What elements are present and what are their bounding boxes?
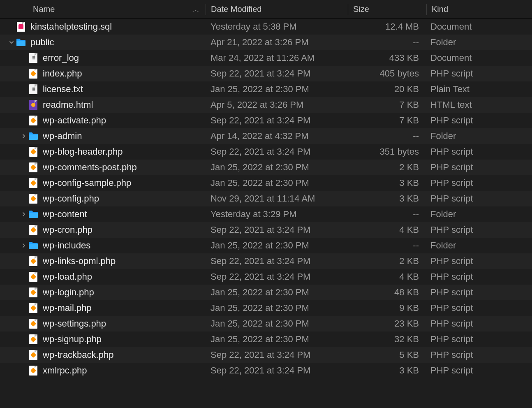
file-name: wp-signup.php bbox=[43, 334, 102, 345]
column-header-date-label: Date Modified bbox=[211, 5, 261, 14]
file-icon bbox=[28, 303, 39, 313]
file-size: -- bbox=[347, 238, 426, 253]
file-kind: PHP script bbox=[426, 347, 532, 363]
file-date: Sep 22, 2021 at 3:24 PM bbox=[206, 144, 347, 160]
file-date: Sep 22, 2021 at 3:24 PM bbox=[206, 253, 347, 269]
file-kind: PHP script bbox=[426, 316, 532, 332]
file-size: 4 KB bbox=[347, 269, 426, 285]
file-row[interactable]: wp-includesJan 25, 2022 at 2:30 PM--Fold… bbox=[0, 238, 532, 253]
file-kind: PHP script bbox=[426, 160, 532, 175]
file-size: 32 KB bbox=[347, 332, 426, 347]
column-header-kind-label: Kind bbox=[432, 5, 448, 14]
file-name: license.txt bbox=[43, 84, 83, 95]
file-date: Jan 25, 2022 at 2:30 PM bbox=[206, 81, 347, 97]
file-size: 4 KB bbox=[347, 222, 426, 238]
file-kind: PHP script bbox=[426, 269, 532, 285]
file-row[interactable]: xmlrpc.phpSep 22, 2021 at 3:24 PM3 KBPHP… bbox=[0, 363, 532, 378]
file-kind: Folder bbox=[426, 206, 532, 222]
file-icon bbox=[28, 146, 39, 157]
file-row[interactable]: wp-settings.phpJan 25, 2022 at 2:30 PM23… bbox=[0, 316, 532, 332]
file-row[interactable]: ≣error_logMar 24, 2022 at 11:26 AM433 KB… bbox=[0, 50, 532, 66]
file-row[interactable]: wp-cron.phpSep 22, 2021 at 3:24 PM4 KBPH… bbox=[0, 222, 532, 238]
file-row[interactable]: wp-trackback.phpSep 22, 2021 at 3:24 PM5… bbox=[0, 347, 532, 363]
disclosure-closed-icon[interactable] bbox=[20, 243, 28, 248]
file-date: Sep 22, 2021 at 3:24 PM bbox=[206, 222, 347, 238]
file-name: wp-includes bbox=[43, 240, 90, 251]
file-date: Sep 22, 2021 at 3:24 PM bbox=[206, 363, 347, 378]
file-row[interactable]: index.phpSep 22, 2021 at 3:24 PM405 byte… bbox=[0, 66, 532, 81]
file-kind: PHP script bbox=[426, 285, 532, 300]
file-row[interactable]: wp-login.phpJan 25, 2022 at 2:30 PM48 KB… bbox=[0, 285, 532, 300]
file-name: xmlrpc.php bbox=[43, 365, 87, 376]
file-date: Nov 29, 2021 at 11:14 AM bbox=[206, 191, 347, 206]
file-date: Yesterday at 5:38 PM bbox=[206, 19, 347, 35]
file-row[interactable]: publicApr 21, 2022 at 3:26 PM--Folder bbox=[0, 35, 532, 50]
column-header-date[interactable]: Date Modified bbox=[206, 0, 348, 19]
file-row[interactable]: wp-mail.phpJan 25, 2022 at 2:30 PM9 KBPH… bbox=[0, 300, 532, 316]
file-row[interactable]: ≣license.txtJan 25, 2022 at 2:30 PM20 KB… bbox=[0, 81, 532, 97]
file-kind: Plain Text bbox=[426, 81, 532, 97]
file-row[interactable]: wp-load.phpSep 22, 2021 at 3:24 PM4 KBPH… bbox=[0, 269, 532, 285]
column-header-size[interactable]: Size bbox=[348, 0, 426, 19]
file-date: Sep 22, 2021 at 3:24 PM bbox=[206, 347, 347, 363]
file-row[interactable]: wp-config-sample.phpJan 25, 2022 at 2:30… bbox=[0, 175, 532, 191]
file-row[interactable]: wp-signup.phpJan 25, 2022 at 2:30 PM32 K… bbox=[0, 332, 532, 347]
file-kind: PHP script bbox=[426, 191, 532, 206]
column-header-name-label: Name bbox=[33, 5, 55, 14]
file-size: 3 KB bbox=[347, 191, 426, 206]
folder-icon bbox=[28, 240, 39, 251]
file-size: 9 KB bbox=[347, 300, 426, 316]
file-date: Sep 22, 2021 at 3:24 PM bbox=[206, 113, 347, 128]
folder-icon bbox=[16, 37, 26, 48]
file-size: 2 KB bbox=[347, 253, 426, 269]
file-name: readme.html bbox=[43, 100, 93, 110]
file-icon bbox=[28, 68, 39, 79]
file-date: Jan 25, 2022 at 2:30 PM bbox=[206, 316, 347, 332]
file-name: wp-comments-post.php bbox=[43, 162, 137, 173]
file-size: 3 KB bbox=[347, 175, 426, 191]
file-row[interactable]: readme.htmlApr 5, 2022 at 3:26 PM7 KBHTM… bbox=[0, 97, 532, 113]
file-name: wp-mail.php bbox=[43, 303, 92, 313]
file-size: 5 KB bbox=[347, 347, 426, 363]
file-size: 405 bytes bbox=[347, 66, 426, 81]
file-row[interactable]: wp-blog-header.phpSep 22, 2021 at 3:24 P… bbox=[0, 144, 532, 160]
file-kind: PHP script bbox=[426, 175, 532, 191]
file-icon bbox=[28, 115, 39, 126]
file-date: Apr 5, 2022 at 3:26 PM bbox=[206, 97, 347, 113]
file-kind: PHP script bbox=[426, 253, 532, 269]
file-date: Apr 14, 2022 at 4:32 PM bbox=[206, 128, 347, 144]
file-kind: PHP script bbox=[426, 332, 532, 347]
file-row[interactable]: kinstahelptesting.sqlYesterday at 5:38 P… bbox=[0, 19, 532, 35]
column-header-kind[interactable]: Kind bbox=[427, 0, 532, 19]
file-kind: PHP script bbox=[426, 66, 532, 81]
file-row[interactable]: wp-activate.phpSep 22, 2021 at 3:24 PM7 … bbox=[0, 113, 532, 128]
file-row[interactable]: wp-adminApr 14, 2022 at 4:32 PM--Folder bbox=[0, 128, 532, 144]
file-size: -- bbox=[347, 35, 426, 50]
file-icon bbox=[28, 256, 39, 267]
file-icon bbox=[28, 318, 39, 329]
file-kind: HTML text bbox=[426, 97, 532, 113]
file-kind: PHP script bbox=[426, 300, 532, 316]
file-row[interactable]: wp-config.phpNov 29, 2021 at 11:14 AM3 K… bbox=[0, 191, 532, 206]
file-name: error_log bbox=[43, 53, 79, 63]
disclosure-closed-icon[interactable] bbox=[20, 212, 28, 217]
file-row[interactable]: wp-contentYesterday at 3:29 PM--Folder bbox=[0, 206, 532, 222]
file-size: 48 KB bbox=[347, 285, 426, 300]
file-row[interactable]: wp-comments-post.phpJan 25, 2022 at 2:30… bbox=[0, 160, 532, 175]
file-name: wp-trackback.php bbox=[43, 350, 113, 360]
disclosure-closed-icon[interactable] bbox=[20, 134, 28, 139]
file-date: Sep 22, 2021 at 3:24 PM bbox=[206, 66, 347, 81]
file-date: Jan 25, 2022 at 2:30 PM bbox=[206, 175, 347, 191]
file-icon: ≣ bbox=[28, 53, 39, 63]
disclosure-open-icon[interactable] bbox=[7, 40, 16, 45]
file-date: Jan 25, 2022 at 2:30 PM bbox=[206, 160, 347, 175]
file-name: wp-links-opml.php bbox=[43, 256, 116, 267]
file-size: -- bbox=[347, 206, 426, 222]
file-row[interactable]: wp-links-opml.phpSep 22, 2021 at 3:24 PM… bbox=[0, 253, 532, 269]
file-name: wp-config.php bbox=[43, 193, 99, 204]
file-date: Jan 25, 2022 at 2:30 PM bbox=[206, 238, 347, 253]
file-name: wp-content bbox=[43, 209, 87, 220]
column-header-name[interactable]: Name 〈 bbox=[0, 0, 206, 19]
file-name: wp-blog-header.php bbox=[43, 146, 123, 157]
column-header-row: Name 〈 Date Modified Size Kind bbox=[0, 0, 532, 19]
